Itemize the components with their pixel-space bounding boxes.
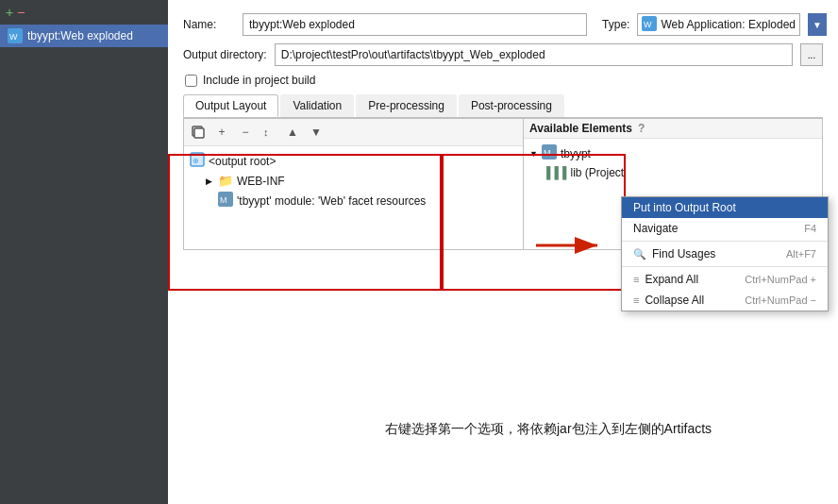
ctx-label-3: Expand All bbox=[645, 273, 698, 286]
ctx-navigate[interactable]: Navigate F4 bbox=[622, 218, 828, 239]
ctx-shortcut-4: Ctrl+NumPad − bbox=[745, 294, 816, 306]
ctx-shortcut-3: Ctrl+NumPad + bbox=[745, 274, 816, 285]
available-content: ▼ M tbyypt ▐▐▐ lib (Project bbox=[524, 139, 822, 185]
include-build-row: Include in project build bbox=[183, 74, 823, 87]
webinf-label: WEB-INF bbox=[237, 175, 285, 188]
tree-up-button[interactable]: ▲ bbox=[282, 122, 303, 143]
type-row: Type: W Web Application: Exploded ▼ bbox=[602, 13, 823, 36]
ctx-label-1: Navigate bbox=[633, 222, 678, 235]
output-root-icon: ⊕ bbox=[190, 152, 205, 170]
svg-text:M: M bbox=[544, 148, 551, 158]
tree-toolbar: + − ↕ ▲ ▼ bbox=[184, 119, 523, 146]
include-build-label: Include in project build bbox=[203, 74, 315, 87]
tree-panel: + − ↕ ▲ ▼ bbox=[184, 119, 524, 249]
tree-add-button[interactable]: + bbox=[211, 122, 232, 143]
ctx-separator-1 bbox=[622, 241, 828, 242]
available-title: Available Elements bbox=[529, 122, 632, 135]
module-icon: M bbox=[218, 192, 233, 210]
web-type-icon: W bbox=[642, 16, 657, 34]
tab-preprocessing[interactable]: Pre-processing bbox=[356, 94, 457, 117]
sidebar-toolbar: + − bbox=[0, 0, 168, 25]
output-root-label: <output root> bbox=[209, 155, 276, 168]
browse-button[interactable]: ... bbox=[800, 43, 823, 66]
svg-text:M: M bbox=[220, 195, 227, 205]
ctx-separator-2 bbox=[622, 266, 828, 267]
sidebar: + − W tbyypt:Web exploded bbox=[0, 0, 168, 504]
lib-label: lib (Project bbox=[571, 166, 625, 179]
annotation-text: 右键选择第一个选项，将依赖jar包注入到左侧的Artifacts bbox=[385, 421, 712, 438]
name-row: Name: Type: W Web Application: Exploded … bbox=[183, 13, 823, 36]
ctx-item-left-2: 🔍 Find Usages bbox=[633, 247, 715, 260]
ctx-put-into-output-root[interactable]: Put into Output Root bbox=[622, 197, 828, 218]
module-label: 'tbyypt' module: 'Web' facet resources bbox=[237, 194, 426, 208]
ctx-collapse-all[interactable]: ≡ Collapse All Ctrl+NumPad − bbox=[622, 290, 828, 311]
expand-icon: ≡ bbox=[633, 274, 639, 285]
tree-content: ⊕ <output root> ▶ 📁 WEB-INF bbox=[184, 146, 523, 215]
folder-icon: 📁 bbox=[218, 174, 233, 188]
ctx-item-left-0: Put into Output Root bbox=[633, 201, 736, 214]
ctx-shortcut-2: Alt+F7 bbox=[786, 248, 816, 260]
find-usages-icon: 🔍 bbox=[633, 248, 646, 260]
ctx-expand-all[interactable]: ≡ Expand All Ctrl+NumPad + bbox=[622, 269, 828, 290]
ctx-label-0: Put into Output Root bbox=[633, 201, 736, 214]
webinf-expand-icon: ▶ bbox=[203, 176, 214, 186]
svg-rect-5 bbox=[194, 128, 204, 138]
tree-down-button[interactable]: ▼ bbox=[306, 122, 327, 143]
tab-output-layout[interactable]: Output Layout bbox=[183, 94, 278, 117]
svg-text:↕: ↕ bbox=[263, 126, 269, 138]
web-artifact-icon: W bbox=[8, 28, 23, 43]
tree-item-output-root[interactable]: ⊕ <output root> bbox=[184, 150, 523, 172]
type-dropdown-arrow[interactable]: ▼ bbox=[808, 13, 827, 36]
tbyypt-expand-icon: ▼ bbox=[529, 149, 538, 159]
output-dir-row: Output directory: ... bbox=[183, 43, 823, 66]
remove-artifact-button[interactable]: − bbox=[17, 5, 25, 20]
output-dir-label: Output directory: bbox=[183, 48, 267, 61]
available-header: Available Elements ? bbox=[524, 119, 822, 139]
include-build-checkbox[interactable] bbox=[185, 75, 197, 87]
tree-item-module[interactable]: M 'tbyypt' module: 'Web' facet resources bbox=[184, 190, 523, 211]
collapse-icon: ≡ bbox=[633, 294, 639, 306]
sidebar-artifact-label: tbyypt:Web exploded bbox=[27, 29, 133, 42]
tbyypt-module-icon: M bbox=[542, 144, 557, 162]
ctx-shortcut-1: F4 bbox=[804, 223, 816, 234]
add-artifact-button[interactable]: + bbox=[6, 5, 13, 20]
svg-text:W: W bbox=[644, 20, 652, 29]
name-input[interactable] bbox=[243, 13, 587, 36]
context-menu: Put into Output Root Navigate F4 🔍 Find … bbox=[621, 196, 829, 311]
type-dropdown[interactable]: W Web Application: Exploded bbox=[637, 13, 800, 36]
main-container: + − W tbyypt:Web exploded Name: Type: bbox=[0, 0, 838, 504]
tree-copy-button[interactable] bbox=[188, 122, 209, 143]
avail-item-lib[interactable]: ▐▐▐ lib (Project bbox=[524, 164, 822, 181]
ctx-item-left-4: ≡ Collapse All bbox=[633, 294, 704, 307]
tbyypt-label: tbyypt bbox=[561, 147, 591, 160]
svg-text:⊕: ⊕ bbox=[193, 157, 199, 165]
name-label: Name: bbox=[183, 18, 235, 31]
svg-text:W: W bbox=[9, 32, 18, 42]
ctx-find-usages[interactable]: 🔍 Find Usages Alt+F7 bbox=[622, 244, 828, 264]
avail-item-tbyypt[interactable]: ▼ M tbyypt bbox=[524, 143, 822, 164]
tree-item-webinf[interactable]: ▶ 📁 WEB-INF bbox=[184, 172, 523, 190]
lib-icon: ▐▐▐ bbox=[543, 166, 567, 179]
tab-postprocessing[interactable]: Post-processing bbox=[459, 94, 564, 117]
help-icon[interactable]: ? bbox=[638, 122, 645, 135]
tabs-row: Output Layout Validation Pre-processing … bbox=[183, 94, 823, 118]
ctx-label-2: Find Usages bbox=[652, 247, 715, 260]
ctx-label-4: Collapse All bbox=[645, 294, 704, 307]
type-value: Web Application: Exploded bbox=[661, 18, 796, 31]
ctx-item-left-1: Navigate bbox=[633, 222, 678, 235]
tree-remove-button[interactable]: − bbox=[235, 122, 256, 143]
sidebar-artifact-item[interactable]: W tbyypt:Web exploded bbox=[0, 25, 168, 47]
type-label: Type: bbox=[602, 18, 629, 31]
tree-sort-button[interactable]: ↕ bbox=[259, 122, 279, 143]
ctx-item-left-3: ≡ Expand All bbox=[633, 273, 698, 286]
output-dir-input[interactable] bbox=[275, 43, 793, 66]
tab-validation[interactable]: Validation bbox=[280, 94, 354, 117]
